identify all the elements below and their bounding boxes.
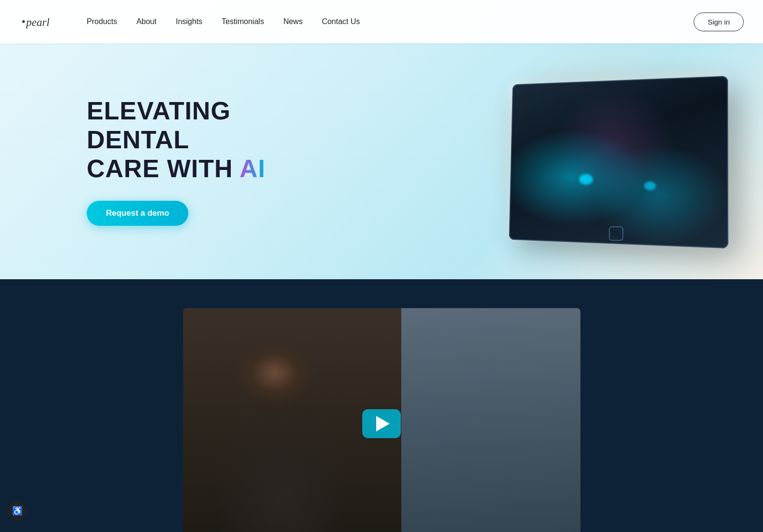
hero-headline-2: CARE WITH	[87, 155, 239, 182]
nav-about[interactable]: About	[136, 17, 157, 26]
nav-insights[interactable]: Insights	[176, 17, 202, 26]
hero-headline-ai: AI	[239, 155, 265, 182]
hero-headline-1: ELEVATING DENTAL	[87, 97, 231, 154]
signin-button[interactable]: Sign in	[694, 13, 744, 31]
video-section	[0, 279, 763, 532]
navbar: pearl Products About Insights Testimonia…	[0, 0, 763, 43]
hero-title: ELEVATING DENTAL CARE WITH AI	[87, 97, 279, 183]
nav-products[interactable]: Products	[87, 17, 117, 26]
svg-point-0	[22, 20, 25, 23]
video-wrapper	[183, 308, 580, 532]
nav-links: Products About Insights Testimonials New…	[87, 17, 694, 26]
request-demo-button[interactable]: Request a demo	[87, 201, 188, 226]
accessibility-button[interactable]: ♿	[8, 501, 27, 520]
video-bg-right	[382, 308, 580, 532]
hero-content: ELEVATING DENTAL CARE WITH AI Request a …	[0, 68, 763, 254]
video-play-button[interactable]	[362, 409, 401, 438]
nav-testimonials[interactable]: Testimonials	[222, 17, 264, 26]
nav-news[interactable]: News	[283, 17, 303, 26]
brand-logo[interactable]: pearl	[19, 6, 58, 37]
nav-contact[interactable]: Contact Us	[322, 17, 360, 26]
xray-icon	[609, 226, 623, 241]
svg-text:pearl: pearl	[25, 16, 50, 28]
